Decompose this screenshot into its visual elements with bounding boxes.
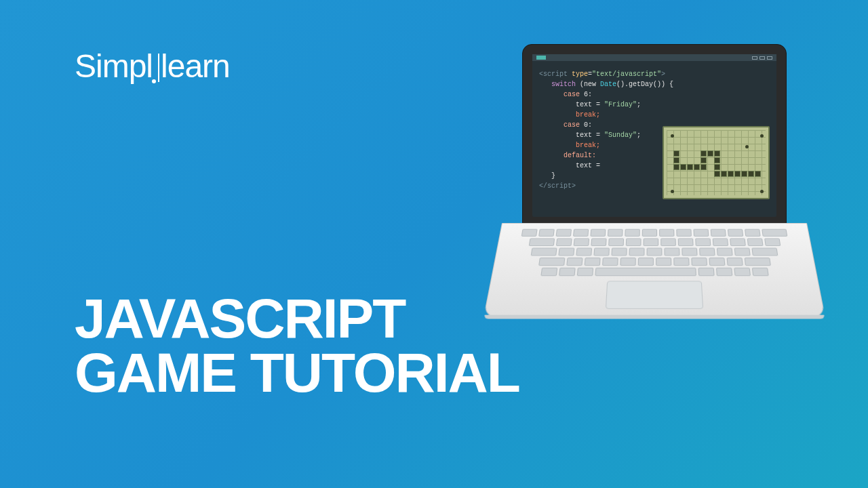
headline-line-1: JAVASCRIPT	[75, 291, 519, 346]
laptop-screen-frame: <script type="text/javascript"> switch (…	[522, 44, 787, 224]
snake-segment	[707, 150, 713, 157]
snake-segment	[714, 150, 720, 157]
key	[659, 229, 674, 237]
key	[647, 248, 663, 256]
key	[764, 238, 781, 246]
key	[677, 238, 693, 246]
key	[555, 238, 572, 246]
snake-segment	[701, 157, 707, 163]
logo-dot-icon	[152, 79, 156, 83]
snake-segment	[680, 164, 686, 170]
snake-segment	[714, 171, 720, 177]
minimize-icon	[752, 56, 757, 60]
maximize-icon	[760, 56, 765, 60]
key	[608, 229, 623, 237]
key	[695, 238, 711, 246]
key-row	[540, 268, 768, 276]
key	[625, 238, 641, 246]
key	[673, 258, 689, 266]
key	[573, 229, 589, 237]
close-icon	[767, 56, 772, 60]
laptop-base	[484, 223, 826, 318]
laptop-lip	[484, 315, 825, 319]
snake-segment	[687, 164, 693, 170]
key	[693, 229, 709, 237]
key	[611, 248, 627, 256]
food-dot	[671, 134, 674, 138]
key	[538, 229, 555, 237]
editor-titlebar	[532, 54, 776, 61]
key	[625, 229, 640, 237]
key	[676, 229, 692, 237]
key	[664, 248, 679, 256]
snake-segment	[673, 164, 679, 170]
key	[734, 268, 751, 276]
code-editor-screen: <script type="text/javascript"> switch (…	[532, 54, 776, 217]
key	[762, 229, 787, 237]
key-row	[521, 229, 788, 237]
active-tab-icon	[536, 56, 546, 60]
snake-segment	[734, 171, 741, 177]
key	[691, 258, 707, 266]
key	[734, 248, 751, 256]
key	[726, 258, 743, 266]
key	[538, 258, 565, 266]
key	[751, 248, 778, 256]
key	[521, 229, 538, 237]
key	[656, 258, 671, 266]
simplilearn-logo: Simpllearn	[75, 47, 230, 85]
snake-segment	[741, 171, 747, 177]
key	[717, 248, 733, 256]
snake-segment	[721, 171, 727, 177]
key	[747, 238, 763, 246]
key	[745, 229, 761, 237]
key	[591, 238, 606, 246]
key	[608, 238, 624, 246]
snake-game-preview	[663, 126, 770, 199]
key	[660, 238, 676, 246]
key	[566, 258, 583, 266]
snake-segment	[673, 157, 679, 163]
key	[620, 258, 635, 266]
key	[558, 248, 574, 256]
key	[709, 258, 725, 266]
snake-segment	[748, 171, 754, 177]
keyboard	[508, 229, 800, 277]
food-dot	[760, 134, 764, 138]
key-row	[528, 238, 781, 246]
logo-divider-icon	[158, 54, 159, 82]
food-dot	[745, 145, 749, 148]
key	[730, 238, 746, 246]
key	[558, 268, 575, 276]
window-controls	[752, 56, 772, 60]
key-row	[538, 258, 771, 266]
key	[540, 268, 557, 276]
snake-segment	[755, 171, 761, 177]
key	[629, 248, 644, 256]
key	[682, 248, 697, 256]
food-dot	[671, 190, 674, 193]
snake-segment	[673, 150, 679, 157]
key	[531, 248, 557, 256]
key-row	[531, 248, 778, 256]
key	[556, 229, 572, 237]
key	[698, 268, 714, 276]
snake-segment	[701, 164, 707, 170]
snake-segment	[728, 171, 734, 177]
key	[715, 268, 732, 276]
key	[643, 238, 658, 246]
key	[576, 268, 593, 276]
laptop-illustration: <script type="text/javascript"> switch (…	[502, 44, 807, 330]
key	[601, 258, 618, 266]
snake-segment	[714, 164, 720, 170]
key	[712, 238, 728, 246]
key	[573, 238, 589, 246]
logo-part2: learn	[161, 47, 230, 85]
key	[576, 248, 592, 256]
food-dot	[760, 190, 764, 193]
snake-segment	[701, 150, 707, 157]
trackpad	[606, 281, 703, 308]
key	[699, 248, 715, 256]
key	[637, 258, 653, 266]
logo-part1: Simpl	[75, 47, 153, 85]
